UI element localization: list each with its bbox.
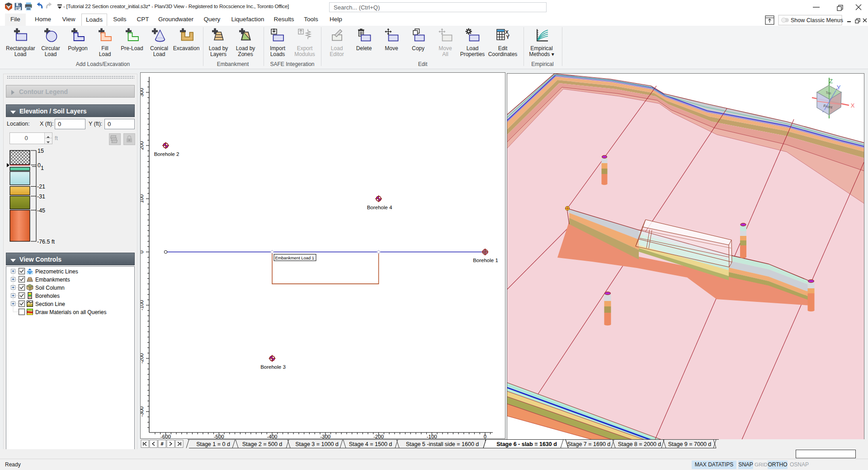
svg-text:Embankment Load 1: Embankment Load 1 [275, 255, 315, 260]
svg-text:Stage 5 -install side = 1600 d: Stage 5 -install side = 1600 d [406, 441, 479, 447]
svg-text:-100: -100 [141, 300, 144, 310]
svg-text:1: 1 [41, 165, 44, 171]
svg-text:-45: -45 [37, 207, 45, 214]
svg-text:-31: -31 [37, 193, 45, 200]
svg-text:-300: -300 [141, 406, 144, 417]
svg-text:Stage 3 = 1000 d: Stage 3 = 1000 d [295, 441, 339, 447]
svg-text:300: 300 [141, 88, 144, 97]
svg-text:Draw Materials on all Queries: Draw Materials on all Queries [35, 309, 106, 315]
svg-text:0: 0 [484, 434, 486, 439]
svg-text:Stage 2 = 500 d: Stage 2 = 500 d [242, 441, 283, 447]
svg-text:Top: Top [826, 90, 831, 95]
svg-text:Soil Column: Soil Column [35, 285, 65, 291]
svg-text:100: 100 [141, 194, 144, 203]
svg-text:Stage 1 = 0 d: Stage 1 = 0 d [196, 441, 230, 447]
svg-text:Y: Y [837, 84, 841, 91]
svg-text:Stage 4 = 1500 d: Stage 4 = 1500 d [349, 441, 392, 447]
svg-text:Borehole 1: Borehole 1 [473, 258, 498, 263]
svg-text:-200: -200 [373, 434, 384, 439]
svg-text:Stage 6 - slab = 1630 d: Stage 6 - slab = 1630 d [496, 441, 557, 447]
svg-text:-400: -400 [267, 434, 277, 439]
svg-text:Borehole 2: Borehole 2 [154, 151, 179, 157]
svg-text:0: 0 [141, 250, 144, 253]
svg-text:Z: Z [829, 78, 833, 85]
svg-text:Stage 8 = 2000 d: Stage 8 = 2000 d [618, 441, 661, 447]
svg-text:-600: -600 [160, 434, 171, 439]
svg-text:Show Classic Menus: Show Classic Menus [791, 17, 843, 24]
svg-text:Stage 7 = 1690 d: Stage 7 = 1690 d [567, 441, 611, 447]
svg-text:-76.5 ft: -76.5 ft [37, 239, 55, 245]
svg-text:-300: -300 [320, 434, 330, 439]
svg-text:Stage 9 = 7000 d: Stage 9 = 7000 d [668, 441, 712, 447]
svg-text:-100: -100 [427, 434, 437, 439]
svg-text:-21: -21 [37, 183, 45, 190]
svg-text:-500: -500 [214, 434, 224, 439]
svg-text:15: 15 [38, 148, 44, 154]
svg-text:Borehole 4: Borehole 4 [367, 205, 392, 210]
svg-text:Borehole 3: Borehole 3 [260, 364, 286, 370]
svg-text:Embankments: Embankments [35, 277, 70, 283]
svg-text:0: 0 [38, 162, 41, 169]
svg-text:-200: -200 [141, 353, 144, 363]
svg-text:Section Line: Section Line [35, 301, 65, 307]
svg-text:Y: Y [506, 34, 510, 40]
svg-text:Boreholes: Boreholes [35, 293, 60, 299]
svg-text:X: X [851, 102, 855, 109]
svg-text:Piezometric Lines: Piezometric Lines [35, 268, 78, 275]
svg-text:#: # [160, 441, 163, 446]
svg-text:200: 200 [141, 141, 144, 150]
